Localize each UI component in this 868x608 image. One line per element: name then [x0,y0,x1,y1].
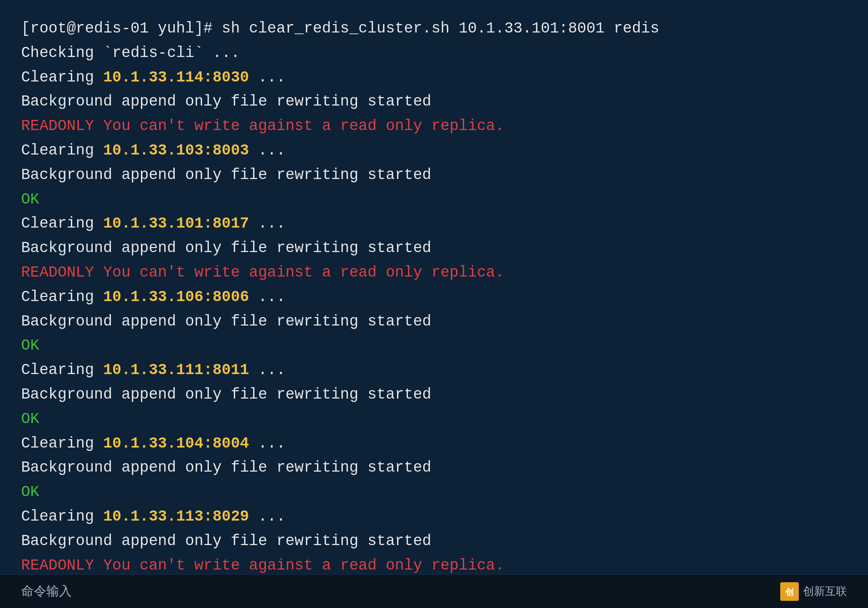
line-clearing-5: Clearing 10.1.33.111:8011 ... [21,358,847,382]
line-bg-4: Background append only file rewriting st… [21,310,847,334]
line-bg-7: Background append only file rewriting st… [21,529,847,553]
line-readonly-1: READONLY You can't write against a read … [21,114,847,138]
line-checking: Checking `redis-cli` ... [21,41,847,65]
line-clearing-2: Clearing 10.1.33.103:8003 ... [21,139,847,163]
line-clearing-1: Clearing 10.1.33.114:8030 ... [21,66,847,90]
line-clearing-4: Clearing 10.1.33.106:8006 ... [21,285,847,309]
line-ok-4: OK [21,480,847,504]
line-bg-3: Background append only file rewriting st… [21,236,847,260]
line-readonly-3: READONLY You can't write against a read … [21,554,847,574]
brand-logo-icon: 创 [782,584,797,599]
brand-icon: 创 [780,582,799,601]
line-bg-6: Background append only file rewriting st… [21,456,847,480]
brand-area: 创 创新互联 [780,582,847,601]
line-clearing-6: Clearing 10.1.33.104:8004 ... [21,432,847,456]
line-ok-2: OK [21,334,847,358]
line-prompt: [root@redis-01 yuhl]# sh clear_redis_clu… [21,17,847,41]
line-bg-2: Background append only file rewriting st… [21,163,847,187]
bottom-bar: 命令输入 创 创新互联 [0,574,868,608]
line-bg-5: Background append only file rewriting st… [21,383,847,407]
line-bg-1: Background append only file rewriting st… [21,90,847,114]
line-clearing-3: Clearing 10.1.33.101:8017 ... [21,212,847,236]
line-ok-1: OK [21,188,847,212]
line-readonly-2: READONLY You can't write against a read … [21,261,847,285]
line-clearing-7: Clearing 10.1.33.113:8029 ... [21,505,847,529]
terminal-output: [root@redis-01 yuhl]# sh clear_redis_clu… [0,0,868,574]
command-input-label[interactable]: 命令输入 [21,583,72,600]
line-ok-3: OK [21,407,847,431]
svg-text:创: 创 [785,587,794,597]
brand-name: 创新互联 [803,584,847,599]
